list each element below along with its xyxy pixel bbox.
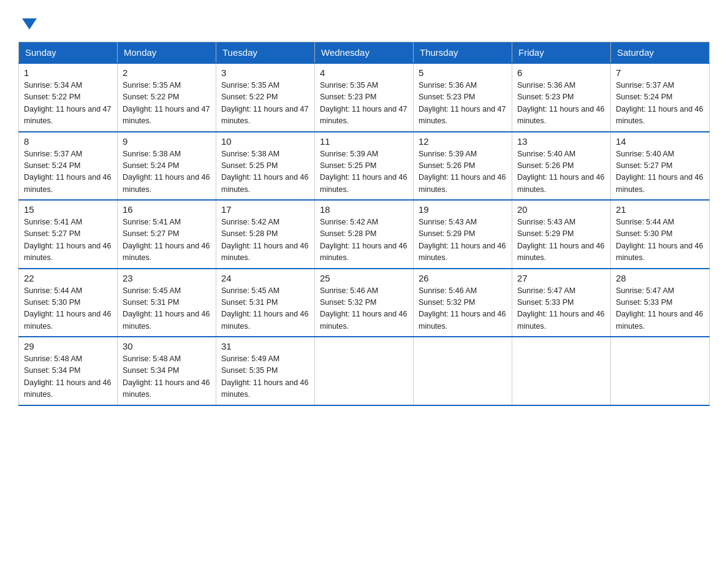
day-info: Sunrise: 5:46 AMSunset: 5:32 PMDaylight:… (320, 285, 408, 333)
calendar-cell: 1Sunrise: 5:34 AMSunset: 5:22 PMDaylight… (19, 63, 118, 132)
day-number: 5 (419, 67, 507, 78)
weekday-header-saturday: Saturday (611, 42, 710, 64)
weekday-header-friday: Friday (512, 42, 611, 64)
day-number: 2 (123, 67, 211, 78)
day-info: Sunrise: 5:36 AMSunset: 5:23 PMDaylight:… (517, 80, 605, 128)
calendar-cell: 18Sunrise: 5:42 AMSunset: 5:28 PMDayligh… (315, 200, 414, 269)
day-info: Sunrise: 5:37 AMSunset: 5:24 PMDaylight:… (616, 80, 704, 128)
day-number: 8 (24, 136, 112, 147)
day-info: Sunrise: 5:41 AMSunset: 5:27 PMDaylight:… (24, 216, 112, 264)
day-info: Sunrise: 5:38 AMSunset: 5:24 PMDaylight:… (123, 148, 211, 196)
calendar-cell: 12Sunrise: 5:39 AMSunset: 5:26 PMDayligh… (414, 132, 512, 201)
logo (18, 18, 37, 29)
day-info: Sunrise: 5:38 AMSunset: 5:25 PMDaylight:… (221, 148, 309, 196)
logo-blue-text (18, 18, 37, 29)
calendar-cell: 8Sunrise: 5:37 AMSunset: 5:24 PMDaylight… (19, 132, 118, 201)
calendar-cell: 25Sunrise: 5:46 AMSunset: 5:32 PMDayligh… (315, 269, 414, 337)
weekday-header-tuesday: Tuesday (216, 42, 315, 64)
calendar-cell: 24Sunrise: 5:45 AMSunset: 5:31 PMDayligh… (216, 269, 315, 337)
day-number: 29 (24, 341, 112, 351)
day-info: Sunrise: 5:37 AMSunset: 5:24 PMDaylight:… (24, 148, 112, 196)
day-info: Sunrise: 5:45 AMSunset: 5:31 PMDaylight:… (221, 285, 309, 333)
weekday-header-thursday: Thursday (414, 42, 512, 64)
day-info: Sunrise: 5:39 AMSunset: 5:26 PMDaylight:… (419, 148, 507, 196)
day-number: 18 (320, 204, 408, 215)
page-header (18, 12, 710, 29)
day-info: Sunrise: 5:48 AMSunset: 5:34 PMDaylight:… (24, 353, 112, 401)
calendar-cell: 29Sunrise: 5:48 AMSunset: 5:34 PMDayligh… (19, 337, 118, 405)
calendar-cell (512, 337, 611, 405)
day-info: Sunrise: 5:34 AMSunset: 5:22 PMDaylight:… (24, 80, 112, 128)
day-number: 30 (123, 341, 211, 351)
day-number: 25 (320, 273, 408, 283)
day-number: 19 (419, 204, 507, 215)
calendar-cell: 10Sunrise: 5:38 AMSunset: 5:25 PMDayligh… (216, 132, 315, 201)
day-number: 21 (616, 204, 704, 215)
day-number: 20 (517, 204, 605, 215)
calendar-cell: 30Sunrise: 5:48 AMSunset: 5:34 PMDayligh… (118, 337, 216, 405)
calendar-week-row: 22Sunrise: 5:44 AMSunset: 5:30 PMDayligh… (19, 269, 710, 337)
calendar-cell: 15Sunrise: 5:41 AMSunset: 5:27 PMDayligh… (19, 200, 118, 269)
calendar-table: SundayMondayTuesdayWednesdayThursdayFrid… (18, 42, 710, 406)
day-info: Sunrise: 5:35 AMSunset: 5:23 PMDaylight:… (320, 80, 408, 128)
day-number: 17 (221, 204, 309, 215)
calendar-cell: 5Sunrise: 5:36 AMSunset: 5:23 PMDaylight… (414, 63, 512, 132)
calendar-cell: 27Sunrise: 5:47 AMSunset: 5:33 PMDayligh… (512, 269, 611, 337)
logo-triangle-icon (22, 18, 37, 29)
day-info: Sunrise: 5:47 AMSunset: 5:33 PMDaylight:… (517, 285, 605, 333)
calendar-cell: 31Sunrise: 5:49 AMSunset: 5:35 PMDayligh… (216, 337, 315, 405)
day-info: Sunrise: 5:35 AMSunset: 5:22 PMDaylight:… (221, 80, 309, 128)
calendar-cell (414, 337, 512, 405)
day-info: Sunrise: 5:44 AMSunset: 5:30 PMDaylight:… (24, 285, 112, 333)
day-info: Sunrise: 5:47 AMSunset: 5:33 PMDaylight:… (616, 285, 704, 333)
weekday-header-wednesday: Wednesday (315, 42, 414, 64)
calendar-cell (611, 337, 710, 405)
day-info: Sunrise: 5:45 AMSunset: 5:31 PMDaylight:… (123, 285, 211, 333)
calendar-cell: 6Sunrise: 5:36 AMSunset: 5:23 PMDaylight… (512, 63, 611, 132)
calendar-cell: 17Sunrise: 5:42 AMSunset: 5:28 PMDayligh… (216, 200, 315, 269)
day-number: 4 (320, 67, 408, 78)
day-number: 14 (616, 136, 704, 147)
day-number: 7 (616, 67, 704, 78)
day-number: 11 (320, 136, 408, 147)
calendar-week-row: 8Sunrise: 5:37 AMSunset: 5:24 PMDaylight… (19, 132, 710, 201)
calendar-cell: 4Sunrise: 5:35 AMSunset: 5:23 PMDaylight… (315, 63, 414, 132)
calendar-cell: 22Sunrise: 5:44 AMSunset: 5:30 PMDayligh… (19, 269, 118, 337)
weekday-header-row: SundayMondayTuesdayWednesdayThursdayFrid… (19, 42, 710, 64)
weekday-header-monday: Monday (118, 42, 216, 64)
weekday-header-sunday: Sunday (19, 42, 118, 64)
day-number: 27 (517, 273, 605, 283)
day-number: 6 (517, 67, 605, 78)
day-info: Sunrise: 5:35 AMSunset: 5:22 PMDaylight:… (123, 80, 211, 128)
day-number: 12 (419, 136, 507, 147)
calendar-cell: 3Sunrise: 5:35 AMSunset: 5:22 PMDaylight… (216, 63, 315, 132)
day-number: 3 (221, 67, 309, 78)
day-number: 15 (24, 204, 112, 215)
day-number: 1 (24, 67, 112, 78)
calendar-cell: 19Sunrise: 5:43 AMSunset: 5:29 PMDayligh… (414, 200, 512, 269)
day-number: 24 (221, 273, 309, 283)
calendar-cell: 13Sunrise: 5:40 AMSunset: 5:26 PMDayligh… (512, 132, 611, 201)
calendar-week-row: 1Sunrise: 5:34 AMSunset: 5:22 PMDaylight… (19, 63, 710, 132)
calendar-cell: 28Sunrise: 5:47 AMSunset: 5:33 PMDayligh… (611, 269, 710, 337)
day-info: Sunrise: 5:42 AMSunset: 5:28 PMDaylight:… (320, 216, 408, 264)
day-info: Sunrise: 5:44 AMSunset: 5:30 PMDaylight:… (616, 216, 704, 264)
day-number: 22 (24, 273, 112, 283)
day-number: 23 (123, 273, 211, 283)
calendar-cell: 21Sunrise: 5:44 AMSunset: 5:30 PMDayligh… (611, 200, 710, 269)
calendar-cell: 11Sunrise: 5:39 AMSunset: 5:25 PMDayligh… (315, 132, 414, 201)
calendar-week-row: 15Sunrise: 5:41 AMSunset: 5:27 PMDayligh… (19, 200, 710, 269)
day-number: 10 (221, 136, 309, 147)
day-info: Sunrise: 5:36 AMSunset: 5:23 PMDaylight:… (419, 80, 507, 128)
day-info: Sunrise: 5:43 AMSunset: 5:29 PMDaylight:… (517, 216, 605, 264)
day-info: Sunrise: 5:41 AMSunset: 5:27 PMDaylight:… (123, 216, 211, 264)
calendar-cell: 26Sunrise: 5:46 AMSunset: 5:32 PMDayligh… (414, 269, 512, 337)
day-info: Sunrise: 5:40 AMSunset: 5:27 PMDaylight:… (616, 148, 704, 196)
day-info: Sunrise: 5:48 AMSunset: 5:34 PMDaylight:… (123, 353, 211, 401)
calendar-cell: 16Sunrise: 5:41 AMSunset: 5:27 PMDayligh… (118, 200, 216, 269)
calendar-cell: 2Sunrise: 5:35 AMSunset: 5:22 PMDaylight… (118, 63, 216, 132)
day-number: 16 (123, 204, 211, 215)
day-info: Sunrise: 5:42 AMSunset: 5:28 PMDaylight:… (221, 216, 309, 264)
day-info: Sunrise: 5:39 AMSunset: 5:25 PMDaylight:… (320, 148, 408, 196)
day-info: Sunrise: 5:49 AMSunset: 5:35 PMDaylight:… (221, 353, 309, 401)
